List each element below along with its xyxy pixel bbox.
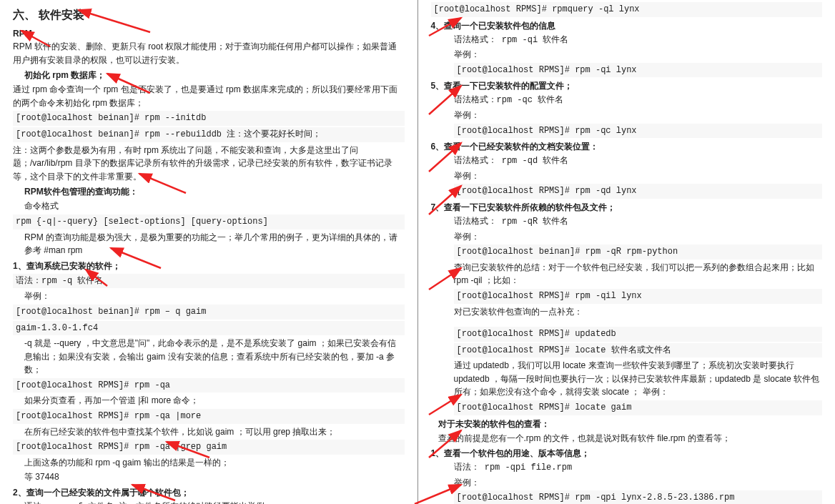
u1-syntax: 语法： rpm -qpi file.rpm — [454, 461, 823, 475]
sec2-heading: 2、查询一个已经安装的文件属于哪个软件包； — [13, 487, 405, 499]
query-heading: RPM软件包管理的查询功能： — [24, 186, 405, 198]
init-cmd-1: [root@localhost beinan]# rpm --initdb — [13, 111, 405, 126]
sec1-note5: 等 37448 — [24, 470, 405, 484]
left-column: 六、 软件安装 RPM RPM 软件的安装、删除、更新只有 root 权限才能使… — [0, 0, 418, 504]
sec1-note: -q 就是 --query ，中文意思是"问"，此命令表示的是，是不是系统安装了… — [24, 337, 405, 377]
right-line0: [root@localhost RPMS]# rpmquery -ql lynx — [431, 2, 823, 17]
sec7-note2: 对已安装软件包查询的一点补充： — [454, 305, 823, 319]
sec7-note: 查询已安装软件的总结：对于一个软件包已经安装，我们可以把一系列的参数组合起来用；… — [454, 261, 823, 287]
sec1-heading: 1、查询系统已安装的软件； — [13, 260, 405, 272]
sec1-note3: 在所有已经安装的软件包中查找某个软件，比如说 gaim ；可以用 grep 抽取… — [24, 425, 405, 439]
sec1-cmd5: [root@localhost RPMS]# rpm -qa |grep gai… — [13, 440, 405, 455]
cmd-format: rpm {-q|--query} [select-options] [query… — [13, 214, 405, 229]
sec5-syntax: 语法格式：rpm -qc 软件名 — [454, 94, 823, 107]
sec1-note2: 如果分页查看，再加一个管道 |和 more 命令； — [24, 394, 405, 407]
uninst-note: 查看的前提是您有一个.rpm 的文件，也就是说对既有软件 file.rpm 的查… — [438, 432, 823, 445]
right-column: [root@localhost RPMS]# rpmquery -ql lynx… — [418, 0, 836, 504]
sec7-cmd: [root@localhost beinan]# rpm -qR rpm-pyt… — [454, 244, 823, 260]
u1-heading: 1、查看一个软件包的用途、版本等信息； — [431, 448, 823, 460]
sec5-example: 举例： — [454, 109, 823, 122]
cmd-format-label: 命令格式 — [24, 199, 405, 213]
init-cmd-2: [root@localhost beinan]# rpm --rebuilddb… — [13, 127, 405, 142]
sec6-syntax: 语法格式： rpm -qd 软件名 — [454, 154, 823, 168]
sec1-cmd3: [root@localhost RPMS]# rpm -qa — [13, 378, 405, 393]
u1-example: 举例： — [454, 476, 823, 490]
init-note: 注：这两个参数是极为有用，有时 rpm 系统出了问题，不能安装和查询，大多是这里… — [13, 144, 405, 184]
sec2-syntax: 语法 rpm -qf 文件名 注：文件名所在的绝对路径要指出举例： — [24, 500, 405, 504]
sec7-note3: 通过 updatedb，我们可以用 locate 来查询一些软件安装到哪里了；系… — [454, 359, 823, 399]
sec1-cmd1: [root@localhost beinan]# rpm – q gaim — [13, 305, 405, 320]
init-paragraph: 通过 rpm 命令查询一个 rpm 包是否安装了，也是要通过 rpm 数据库来完… — [13, 83, 405, 109]
query-note: RPM 的查询功能是极为强大，是极为重要的功能之一；举几个常用的例子，更为详细的… — [24, 231, 405, 257]
sec1-cmd4: [root@localhost RPMS]# rpm -qa |more — [13, 409, 405, 424]
sec4-heading: 4、查询一个已安装软件包的信息 — [431, 20, 823, 32]
sec1-cmd2: gaim-1.3.0-1.fc4 — [13, 321, 405, 336]
sec7-heading: 7、查看一下已安装软件所依赖的软件包及文件； — [431, 202, 823, 214]
sec7-cmd2: [root@localhost RPMS]# rpm -qil lynx — [454, 289, 823, 304]
uninst-heading: 对于未安装的软件包的查看： — [438, 418, 823, 430]
sec6-cmd: [root@localhost RPMS]# rpm -qd lynx — [454, 184, 823, 199]
u1-cmd: [root@localhost RPMS]# rpm -qpi lynx-2.8… — [454, 490, 823, 504]
sec4-cmd: [root@localhost RPMS]# rpm -qi lynx — [454, 63, 823, 78]
sec4-example: 举例： — [454, 48, 823, 61]
sec6-example: 举例： — [454, 169, 823, 183]
sec7-cmd4: [root@localhost RPMS]# locate 软件名或文件名 — [454, 343, 823, 358]
sec6-heading: 6、查看一个已经安装软件的文档安装位置： — [431, 141, 823, 153]
intro-text: RPM 软件的安装、删除、更新只有 root 权限才能使用；对于查询功能任何用户… — [13, 40, 405, 66]
sec7-cmd3: [root@localhost RPMS]# updatedb — [454, 327, 823, 342]
sec7-cmd5: [root@localhost RPMS]# locate gaim — [454, 400, 823, 415]
sec7-example: 举例： — [454, 230, 823, 244]
sec1-syntax: 语法：rpm -q 软件名 — [13, 274, 405, 289]
sec5-heading: 5、查看一下已安装软件的配置文件； — [431, 80, 823, 92]
sec1-example-label: 举例： — [24, 290, 405, 303]
main-title: 六、 软件安装 — [13, 8, 405, 23]
sec5-cmd: [root@localhost RPMS]# rpm -qc lynx — [454, 124, 823, 139]
sec7-syntax: 语法格式： rpm -qR 软件名 — [454, 215, 823, 229]
sec4-syntax: 语法格式： rpm -qi 软件名 — [454, 34, 823, 47]
rpm-header: RPM — [13, 29, 405, 39]
sec1-note4: 上面这条的功能和 rpm -q gaim 输出的结果是一样的； — [24, 456, 405, 470]
init-heading: 初始化 rpm 数据库； — [24, 69, 405, 81]
